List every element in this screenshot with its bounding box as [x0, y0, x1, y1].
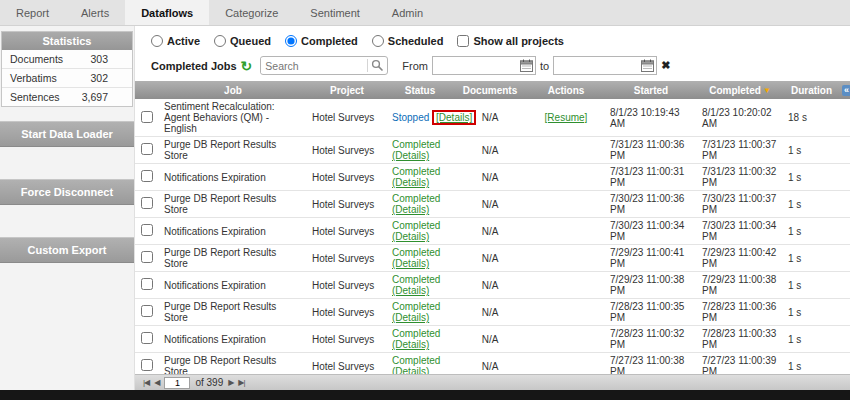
radio-input-scheduled[interactable] [372, 35, 384, 47]
from-date-box [432, 56, 536, 75]
search-icon[interactable] [367, 59, 384, 72]
status-text: Completed [392, 301, 440, 312]
status-cell: Completed(Details) [387, 137, 453, 164]
stat-row-sentences: Sentences3,697 [2, 88, 132, 106]
column-header-status[interactable]: Status [387, 81, 453, 99]
stat-label: Verbatims [10, 72, 57, 84]
row-checkbox[interactable] [141, 170, 153, 182]
status-text: Completed [392, 139, 440, 150]
status-cell: Completed(Details) [387, 272, 453, 299]
next-page-button[interactable]: ▶ [228, 378, 233, 387]
details-link[interactable]: (Details) [392, 339, 429, 350]
completed-cell: 7/28/23 11:00:33 PM [697, 326, 783, 353]
jobs-table: JobProjectStatusDocumentsActionsStartedC… [135, 81, 850, 374]
row-checkbox[interactable] [141, 278, 153, 290]
row-end-cell [840, 99, 850, 137]
custom-export-button[interactable]: Custom Export [0, 237, 134, 263]
duration-cell: 1 s [783, 137, 840, 164]
show-all-projects-filter[interactable]: Show all projects [457, 35, 563, 47]
row-checkbox-cell [135, 137, 159, 164]
status-radio-group: ActiveQueuedCompletedScheduled [151, 35, 443, 47]
column-header-documents[interactable]: Documents [453, 81, 527, 99]
completed-cell: 7/31/23 11:00:32 PM [697, 164, 783, 191]
started-cell: 8/1/23 10:19:43 AM [605, 99, 697, 137]
start-data-loader-button[interactable]: Start Data Loader [0, 121, 134, 147]
radio-input-queued[interactable] [214, 35, 226, 47]
completed-cell: 7/29/23 11:00:42 PM [697, 245, 783, 272]
tab-dataflows[interactable]: Dataflows [125, 0, 209, 25]
details-link[interactable]: (Details) [392, 285, 429, 296]
row-end-cell [840, 164, 850, 191]
to-calendar-icon[interactable] [641, 59, 654, 72]
filter-radio-completed[interactable]: Completed [285, 35, 358, 47]
row-checkbox-cell [135, 299, 159, 326]
collapse-columns-icon[interactable]: « [842, 85, 850, 96]
details-link[interactable]: (Details) [392, 366, 429, 374]
first-page-button[interactable]: |◀ [143, 378, 149, 387]
documents-cell: N/A [453, 137, 527, 164]
tab-sentiment[interactable]: Sentiment [294, 0, 376, 25]
from-label: From [402, 60, 428, 72]
column-header-duration[interactable]: Duration [783, 81, 840, 99]
details-link[interactable]: (Details) [392, 258, 429, 269]
filter-radio-queued[interactable]: Queued [214, 35, 271, 47]
status-cell: Completed(Details) [387, 164, 453, 191]
row-checkbox[interactable] [141, 143, 153, 155]
details-link[interactable]: (Details) [392, 150, 429, 161]
resume-link[interactable]: [Resume] [545, 112, 588, 123]
actions-cell [527, 218, 605, 245]
column-header-job[interactable]: Job [159, 81, 307, 99]
actions-cell [527, 299, 605, 326]
tab-categorize[interactable]: Categorize [209, 0, 294, 25]
completed-cell: 7/30/23 11:00:37 PM [697, 191, 783, 218]
job-name-cell: Purge DB Report Results Store [159, 299, 307, 326]
radio-input-active[interactable] [151, 35, 163, 47]
search-input[interactable] [261, 58, 367, 73]
row-checkbox[interactable] [141, 197, 153, 209]
refresh-icon[interactable]: ↻ [241, 59, 253, 73]
filter-radio-scheduled[interactable]: Scheduled [372, 35, 444, 47]
row-end-cell [840, 272, 850, 299]
to-date-input[interactable] [554, 58, 641, 73]
filter-radio-active[interactable]: Active [151, 35, 200, 47]
prev-page-button[interactable]: ◀ [154, 378, 159, 387]
completed-cell: 7/30/23 11:00:34 PM [697, 218, 783, 245]
column-header-project[interactable]: Project [307, 81, 387, 99]
job-row: Purge DB Report Results StoreHotel Surve… [135, 137, 850, 164]
details-link[interactable]: (Details) [392, 204, 429, 215]
duration-cell: 1 s [783, 218, 840, 245]
details-link[interactable]: (Details) [392, 312, 429, 323]
page-input[interactable] [164, 377, 190, 389]
job-row: Purge DB Report Results StoreHotel Surve… [135, 245, 850, 272]
row-checkbox[interactable] [141, 251, 153, 263]
tab-report[interactable]: Report [0, 0, 65, 25]
details-link[interactable]: (Details) [392, 231, 429, 242]
status-text: Completed [392, 355, 440, 366]
details-link[interactable]: [Details] [436, 112, 472, 123]
last-page-button[interactable]: ▶| [238, 378, 244, 387]
started-cell: 7/30/23 11:00:34 PM [605, 218, 697, 245]
force-disconnect-button[interactable]: Force Disconnect [0, 179, 134, 205]
show-all-projects-checkbox[interactable] [457, 35, 469, 47]
started-cell: 7/28/23 11:00:32 PM [605, 326, 697, 353]
column-header-completed[interactable]: Completed▼ [697, 81, 783, 99]
row-checkbox[interactable] [141, 359, 153, 371]
sidebar: Statistics Documents303Verbatims302Sente… [0, 26, 135, 390]
from-calendar-icon[interactable] [520, 59, 533, 72]
tab-admin[interactable]: Admin [376, 0, 439, 25]
clear-dates-icon[interactable]: ✖ [661, 59, 670, 72]
row-checkbox[interactable] [141, 224, 153, 236]
column-header-started[interactable]: Started [605, 81, 697, 99]
content-area: Statistics Documents303Verbatims302Sente… [0, 26, 850, 390]
column-header-actions[interactable]: Actions [527, 81, 605, 99]
details-link[interactable]: (Details) [392, 177, 429, 188]
row-checkbox-cell [135, 326, 159, 353]
stat-label: Documents [10, 53, 63, 65]
row-checkbox[interactable] [141, 111, 153, 123]
row-checkbox[interactable] [141, 305, 153, 317]
from-date-input[interactable] [433, 58, 520, 73]
project-cell: Hotel Surveys [307, 99, 387, 137]
tab-alerts[interactable]: Alerts [65, 0, 125, 25]
row-checkbox[interactable] [141, 332, 153, 344]
radio-input-completed[interactable] [285, 35, 297, 47]
